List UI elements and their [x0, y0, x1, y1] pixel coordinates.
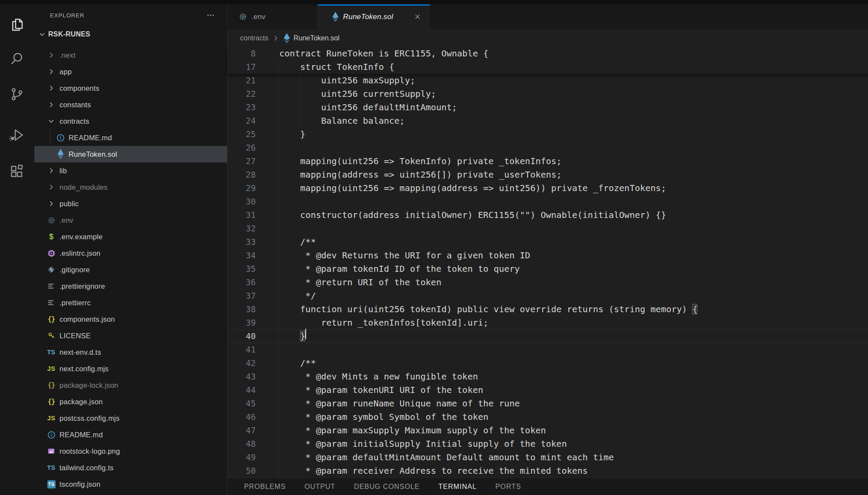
code-line-29[interactable]: 29 mapping(uint256 => mapping(address =>…	[228, 182, 868, 195]
code-line-21[interactable]: 21 uint256 maxSupply;	[228, 74, 868, 87]
code-line-39[interactable]: 39 return _tokenInfos[tokenId].uri;	[228, 316, 868, 330]
code-line-8[interactable]: 8 contract RuneToken is ERC1155, Ownable…	[228, 47, 868, 60]
tree-file-next-config-mjs[interactable]: JSnext.config.mjs	[34, 360, 227, 377]
tree-folder-contracts[interactable]: contracts	[34, 113, 227, 129]
project-root-row[interactable]: RSK-RUNES	[34, 26, 227, 42]
indent-guide	[278, 208, 278, 222]
tree-file--prettierignore[interactable]: .prettierignore	[34, 278, 227, 294]
tree-item-label: RuneToken.sol	[69, 150, 117, 158]
code-line-41[interactable]: 41	[228, 343, 868, 356]
code-line-38[interactable]: 38 function uri(uint256 tokenId) public …	[228, 303, 868, 316]
activity-search-icon[interactable]	[0, 48, 34, 69]
indent-guide	[278, 330, 278, 343]
tree-file--eslintrc-json[interactable]: .eslintrc.json	[34, 245, 227, 261]
code-line-49[interactable]: 49 * @param defaultMintAmount Default am…	[228, 451, 868, 464]
panel-tab-problems[interactable]: PROBLEMS	[244, 483, 286, 491]
more-actions-icon[interactable]	[206, 11, 215, 21]
code-line-48[interactable]: 48 * @param initialSupply Initial supply…	[228, 437, 868, 451]
code-line-31[interactable]: 31 constructor(address initialOwner) ERC…	[228, 208, 868, 222]
breadcrumb-folder[interactable]: contracts	[240, 34, 268, 42]
code-line-27[interactable]: 27 mapping(uint256 => TokenInfo) private…	[228, 155, 868, 168]
indent-guide	[278, 222, 278, 235]
chevron-down-icon	[38, 30, 46, 39]
code-line-34[interactable]: 34 * @dev Returns the URI for a given to…	[228, 249, 868, 262]
close-icon[interactable]	[414, 13, 421, 20]
braces-icon: {}	[46, 380, 56, 390]
tree-file-tailwind-config-ts[interactable]: TStailwind.config.ts	[34, 459, 227, 476]
tree-item-label: .env	[59, 216, 73, 224]
code-line-30[interactable]: 30	[228, 195, 868, 208]
code-line-50[interactable]: 50 * @param receiver Address to receive …	[228, 464, 868, 478]
code-line-22[interactable]: 22 uint256 currentSupply;	[228, 87, 868, 101]
tree-folder-node-modules[interactable]: node_modules	[34, 179, 227, 195]
line-number: 41	[228, 343, 258, 356]
tree-file-next-env-d-ts[interactable]: TSnext-env.d.ts	[34, 344, 227, 360]
tree-item-label: components.json	[59, 315, 115, 323]
code-line-35[interactable]: 35 * @param tokenId ID of the token to q…	[228, 262, 868, 276]
panel-tab-terminal[interactable]: TERMINAL	[439, 483, 477, 491]
panel-tab-debug-console[interactable]: DEBUG CONSOLE	[354, 483, 419, 491]
activity-run-debug-icon[interactable]	[0, 125, 34, 145]
code-line-23[interactable]: 23 uint256 defaultMintAmount;	[228, 101, 868, 114]
sidebar-header: EXPLORER	[34, 4, 227, 26]
editor-group: .envRuneToken.sol contracts RuneToken.so…	[227, 4, 868, 495]
tree-file-tsconfig-json[interactable]: TStsconfig.json	[34, 476, 227, 492]
code-line-25[interactable]: 25 }	[228, 128, 868, 141]
code-line-36[interactable]: 36 * @return URI of the token	[228, 276, 868, 289]
code-line-26[interactable]: 26	[228, 141, 868, 155]
code-line-37[interactable]: 37 */	[228, 289, 868, 303]
tree-file-package-json[interactable]: {}package.json	[34, 393, 227, 410]
panel-tab-ports[interactable]: PORTS	[495, 483, 521, 491]
tree-file-postcss-config-mjs[interactable]: JSpostcss.config.mjs	[34, 410, 227, 426]
indent-guide	[278, 370, 278, 383]
panel-tab-output[interactable]: OUTPUT	[304, 483, 335, 491]
tree-file--gitignore[interactable]: .gitignore	[34, 261, 227, 278]
activity-extensions-icon[interactable]	[0, 161, 34, 182]
tree-file--env-example[interactable]: $.env.example	[34, 228, 227, 245]
code-line-24[interactable]: 24 Balance balance;	[228, 114, 868, 128]
code-line-40[interactable]: 40 }	[228, 330, 868, 343]
tree-file-runetoken-sol[interactable]: RuneToken.sol	[34, 146, 227, 162]
tree-folder-app[interactable]: app	[34, 63, 227, 80]
tree-folder-components[interactable]: components	[34, 80, 227, 96]
breadcrumb-file[interactable]: RuneToken.sol	[294, 34, 340, 42]
code-line-32[interactable]: 32	[228, 222, 868, 235]
code-line-17[interactable]: 17 struct TokenInfo {	[228, 60, 868, 74]
tree-file-components-json[interactable]: {}components.json	[34, 311, 227, 327]
js-icon: JS	[46, 363, 56, 374]
indent-guide	[278, 262, 278, 276]
indent-guide	[278, 101, 278, 114]
code-area[interactable]: 21 uint256 maxSupply;22 uint256 currentS…	[228, 74, 868, 478]
breadcrumb[interactable]: contracts RuneToken.sol	[228, 29, 868, 47]
tree-file-readme-md[interactable]: README.md	[34, 129, 227, 146]
code-line-47[interactable]: 47 * @param maxSupply Maximum supply of …	[228, 424, 868, 437]
tree-file-readme-md[interactable]: README.md	[34, 426, 227, 443]
tab-runetoken-sol[interactable]: RuneToken.sol	[318, 4, 430, 29]
tab--env[interactable]: .env	[228, 4, 318, 29]
tree-folder-constants[interactable]: constants	[34, 96, 227, 113]
activity-explorer-icon[interactable]	[0, 14, 34, 35]
line-number: 25	[228, 128, 258, 141]
tree-item-label: LICENSE	[59, 332, 91, 340]
code-line-44[interactable]: 44 * @param tokenURI URI of the token	[228, 383, 868, 397]
line-number: 50	[228, 464, 258, 478]
code-line-33[interactable]: 33 /**	[228, 235, 868, 249]
tree-folder-lib[interactable]: lib	[34, 162, 227, 179]
ethereum-icon	[332, 11, 339, 23]
code-line-43[interactable]: 43 * @dev Mints a new fungible token	[228, 370, 868, 383]
code-line-42[interactable]: 42 /**	[228, 356, 868, 370]
tree-file-package-lock-json[interactable]: {}package-lock.json	[34, 377, 227, 393]
indent-guide	[278, 128, 278, 141]
tree-file--prettierrc[interactable]: .prettierrc	[34, 294, 227, 311]
code-line-45[interactable]: 45 * @param runeName Unique name of the …	[228, 397, 868, 410]
code-line-28[interactable]: 28 mapping(address => uint256[]) private…	[228, 168, 868, 182]
tree-file--env[interactable]: .env	[34, 212, 227, 228]
tree-folder--next[interactable]: .next	[34, 47, 227, 63]
tree-folder-public[interactable]: public	[34, 195, 227, 212]
tree-file-rootstock-logo-png[interactable]: rootstock-logo.png	[34, 443, 227, 459]
sticky-scroll[interactable]: 8 contract RuneToken is ERC1155, Ownable…	[228, 47, 868, 74]
activity-source-control-icon[interactable]	[0, 84, 34, 105]
code-line-46[interactable]: 46 * @param symbol Symbol of the token	[228, 410, 868, 424]
matched-bracket: {	[692, 304, 697, 314]
tree-file-license[interactable]: LICENSE	[34, 327, 227, 344]
